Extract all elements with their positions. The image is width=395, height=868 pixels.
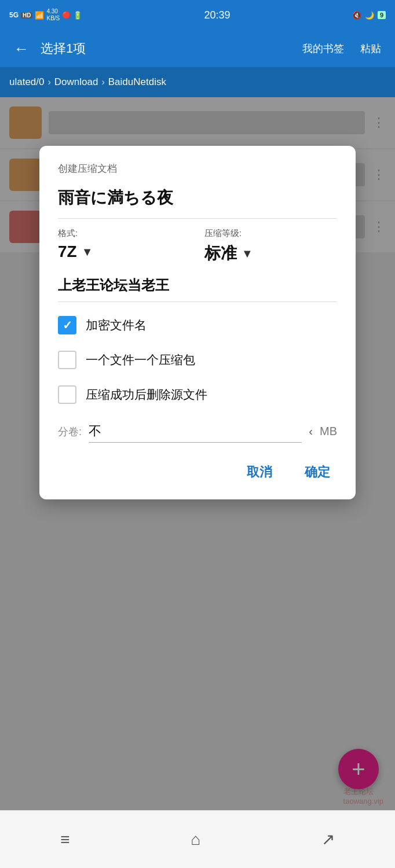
level-dropdown-arrow: ▼: [242, 247, 253, 260]
wifi-icon: 📶: [35, 11, 44, 20]
format-select[interactable]: 7Z ▼: [58, 242, 191, 261]
password-field[interactable]: 上老王论坛当老王: [58, 269, 337, 302]
moon-icon: 🌙: [365, 11, 374, 20]
confirm-button[interactable]: 确定: [298, 459, 337, 486]
breadcrumb-part1[interactable]: ulated/0: [9, 76, 45, 88]
breadcrumb-sep2: ›: [101, 77, 104, 87]
battery-level: 9: [378, 11, 386, 19]
level-select[interactable]: 标准 ▼: [204, 242, 337, 264]
dialog-buttons: 取消 确定: [58, 459, 337, 486]
create-archive-dialog: 创建压缩文档 雨音に満ちる夜 格式: 7Z ▼ 压缩等级: 标准 ▼ 上老王论坛…: [39, 146, 356, 499]
nav-title: 选择1项: [41, 40, 291, 57]
checkbox-one-file-label: 一个文件一个压缩包: [86, 352, 195, 368]
checkmark-icon: ✓: [63, 318, 72, 332]
split-arrow: ‹: [309, 425, 313, 438]
status-time: 20:39: [204, 9, 231, 21]
breadcrumb-sep1: ›: [48, 77, 51, 87]
checkbox-encrypt-filename-row[interactable]: ✓ 加密文件名: [58, 316, 337, 334]
battery-icon: 🔋: [73, 11, 82, 20]
breadcrumb-part3[interactable]: BaiduNetdisk: [108, 76, 166, 88]
level-label: 压缩等级:: [204, 228, 337, 239]
cancel-button[interactable]: 取消: [240, 459, 279, 486]
carrier-icon: 🔴: [62, 11, 71, 19]
split-volume-row: 分卷: 不 ‹ MB: [58, 420, 337, 443]
format-col: 格式: 7Z ▼: [58, 228, 191, 264]
split-unit: MB: [320, 425, 337, 438]
checkbox-encrypt-filename[interactable]: ✓: [58, 316, 76, 334]
dialog-filename[interactable]: 雨音に満ちる夜: [58, 187, 337, 219]
dialog-title: 创建压缩文档: [58, 162, 337, 175]
nav-home-button[interactable]: ⌂: [191, 830, 200, 849]
checkbox-encrypt-filename-label: 加密文件名: [86, 317, 147, 333]
status-right: 🔇 🌙 9: [352, 11, 386, 20]
checkbox-delete-source-label: 压缩成功后删除源文件: [86, 387, 207, 403]
status-left: 5G HD 📶 4.30KB/S 🔴 🔋: [9, 8, 82, 22]
hd-badge: HD: [21, 12, 32, 19]
nav-share-button[interactable]: ↗: [321, 830, 335, 849]
level-col: 压缩等级: 标准 ▼: [204, 228, 337, 264]
level-value: 标准: [204, 242, 237, 264]
checkbox-one-file[interactable]: [58, 351, 76, 369]
checkbox-delete-source-row[interactable]: 压缩成功后删除源文件: [58, 385, 337, 404]
network-indicator: 5G: [9, 11, 19, 19]
format-dropdown-arrow: ▼: [82, 245, 93, 259]
nav-bar: ← 选择1项 我的书签 粘贴: [0, 30, 395, 67]
silent-icon: 🔇: [352, 11, 361, 20]
speed-text: 4.30KB/S: [46, 8, 60, 22]
status-bar: 5G HD 📶 4.30KB/S 🔴 🔋 20:39 🔇 🌙 9: [0, 0, 395, 30]
format-level-row: 格式: 7Z ▼ 压缩等级: 标准 ▼: [58, 228, 337, 264]
bottom-nav: ≡ ⌂ ↗: [0, 810, 395, 868]
breadcrumb-bar: ulated/0 › Download › BaiduNetdisk: [0, 67, 395, 97]
breadcrumb-part2[interactable]: Download: [54, 76, 98, 88]
split-label: 分卷:: [58, 425, 82, 439]
split-value[interactable]: 不: [89, 420, 302, 443]
format-value: 7Z: [58, 242, 77, 261]
checkbox-one-file-row[interactable]: 一个文件一个压缩包: [58, 351, 337, 369]
format-label: 格式:: [58, 228, 191, 239]
bookmark-button[interactable]: 我的书签: [298, 39, 349, 58]
paste-button[interactable]: 粘贴: [356, 39, 386, 58]
back-button[interactable]: ←: [9, 38, 34, 60]
nav-menu-button[interactable]: ≡: [60, 830, 70, 849]
checkbox-delete-source[interactable]: [58, 385, 76, 404]
